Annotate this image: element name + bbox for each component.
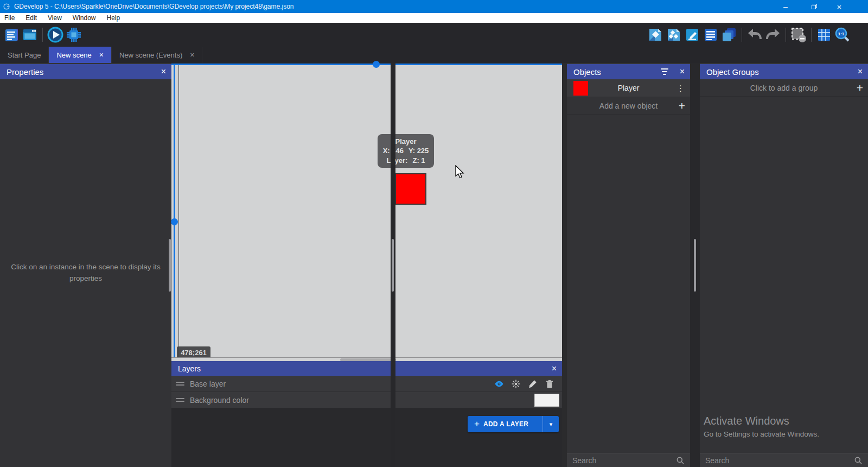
tab-new-scene-events[interactable]: New scene (Events) × bbox=[112, 47, 203, 63]
splitter-handle[interactable] bbox=[694, 239, 696, 292]
search-icon bbox=[676, 456, 685, 465]
add-group-label: Click to add a group bbox=[700, 84, 868, 92]
properties-panel-header: Properties × bbox=[0, 64, 171, 79]
editor-content: Properties × Click on an instance in the… bbox=[0, 63, 868, 467]
close-icon[interactable]: × bbox=[161, 67, 166, 77]
menu-help[interactable]: Help bbox=[101, 13, 126, 23]
layer-name: Background color bbox=[190, 396, 249, 405]
objects-panel: Objects × Player ⋮ Add a new object + bbox=[567, 63, 690, 467]
open-object-groups-button[interactable] bbox=[665, 26, 683, 44]
toolbar-separator bbox=[742, 28, 742, 42]
layer-effects-icon[interactable] bbox=[511, 379, 521, 389]
debugger-button[interactable] bbox=[65, 26, 83, 44]
add-object-row[interactable]: Add a new object + bbox=[567, 97, 690, 115]
menu-edit[interactable]: Edit bbox=[20, 13, 42, 23]
objects-panel-header: Objects × bbox=[567, 64, 690, 79]
close-icon[interactable]: × bbox=[552, 364, 557, 374]
player-instance[interactable] bbox=[395, 173, 426, 205]
instance-tooltip: Player X: 446 Y: 225 Layer: Z: 1 bbox=[378, 134, 434, 168]
zoom-1-1-icon: 1:1 bbox=[834, 27, 851, 43]
layers-icon bbox=[721, 27, 737, 43]
object-groups-panel: Object Groups × Click to add a group + A… bbox=[700, 63, 868, 467]
add-icon: + bbox=[474, 419, 480, 430]
add-object-label: Add a new object bbox=[567, 102, 690, 110]
splitter-objects-groups[interactable] bbox=[690, 63, 700, 467]
layer-row-base-layer[interactable]: Base layer bbox=[171, 376, 562, 392]
layers-panel-header: Layers × bbox=[171, 361, 562, 376]
restore-button[interactable] bbox=[802, 0, 827, 13]
toggle-grid-button[interactable] bbox=[815, 26, 833, 44]
properties-pencil-icon bbox=[685, 27, 700, 42]
layer-row-background-color[interactable]: Background color bbox=[171, 392, 562, 408]
add-group-row[interactable]: Click to add a group + bbox=[700, 79, 868, 97]
drag-handle-icon[interactable] bbox=[176, 380, 184, 387]
tooltip-y: Y: 225 bbox=[409, 146, 429, 156]
delete-trash-icon[interactable] bbox=[545, 379, 554, 389]
filter-list-icon[interactable] bbox=[661, 68, 668, 75]
groups-search-input[interactable] bbox=[705, 456, 854, 465]
layer-name: Base layer bbox=[190, 380, 226, 388]
activate-windows-watermark: Activate Windows Go to Settings to activ… bbox=[704, 415, 819, 438]
undo-button[interactable] bbox=[745, 26, 764, 44]
clear-selection-button[interactable] bbox=[789, 26, 808, 44]
close-icon[interactable]: × bbox=[680, 67, 685, 77]
minimize-button[interactable]: – bbox=[773, 0, 798, 13]
tab-close-icon[interactable]: × bbox=[99, 51, 104, 59]
tab-close-icon[interactable]: × bbox=[190, 51, 194, 59]
object-row-player[interactable]: Player ⋮ bbox=[567, 79, 690, 97]
open-instances-list-button[interactable] bbox=[701, 26, 720, 44]
open-layers-button[interactable] bbox=[720, 26, 738, 44]
tooltip-object-name: Player bbox=[395, 137, 416, 147]
close-button[interactable]: × bbox=[827, 0, 852, 13]
menu-file[interactable]: File bbox=[0, 13, 20, 23]
tooltip-z: Z: 1 bbox=[412, 156, 425, 166]
project-window-button[interactable] bbox=[21, 26, 39, 44]
mouse-cursor bbox=[455, 165, 465, 179]
tab-new-scene[interactable]: New scene × bbox=[49, 47, 112, 63]
object-groups-panel-title: Object Groups bbox=[706, 67, 759, 77]
layers-panel-footer: + ADD A LAYER ▾ bbox=[171, 409, 562, 467]
grid-icon bbox=[816, 27, 832, 42]
objects-search-bar bbox=[567, 453, 690, 467]
tab-start-page[interactable]: Start Page bbox=[0, 47, 49, 63]
tab-label: Start Page bbox=[8, 51, 41, 59]
project-window-icon bbox=[22, 27, 38, 43]
background-color-swatch[interactable] bbox=[534, 394, 559, 407]
add-layer-label: ADD A LAYER bbox=[483, 420, 528, 428]
visibility-eye-icon[interactable] bbox=[494, 379, 504, 389]
layers-panel: Layers × Base layer bbox=[171, 361, 562, 467]
open-objects-panel-button[interactable] bbox=[646, 26, 665, 44]
add-layer-dropdown[interactable]: ▾ bbox=[542, 416, 559, 432]
splitter-canvas-objects[interactable] bbox=[391, 63, 395, 467]
edit-pencil-icon[interactable] bbox=[528, 379, 538, 389]
objects-search-input[interactable] bbox=[572, 456, 676, 465]
menu-view[interactable]: View bbox=[42, 13, 67, 23]
drag-handle-icon[interactable] bbox=[176, 396, 184, 403]
open-properties-button[interactable] bbox=[683, 26, 701, 44]
scene-canvas[interactable]: Player X: 446 Y: 225 Layer: Z: 1 478;261 bbox=[171, 64, 562, 357]
project-manager-button[interactable] bbox=[2, 26, 21, 44]
properties-splitter-handle[interactable] bbox=[169, 239, 171, 292]
object-menu-dots-icon[interactable]: ⋮ bbox=[676, 79, 685, 97]
undo-icon bbox=[746, 27, 763, 42]
scene-window-top-handle[interactable] bbox=[373, 61, 380, 68]
canvas-horizontal-scrollbar[interactable] bbox=[171, 357, 562, 361]
deselect-icon bbox=[790, 27, 807, 43]
toolbar-separator bbox=[811, 28, 812, 42]
watermark-subtitle: Go to Settings to activate Windows. bbox=[704, 430, 819, 438]
splitter-handle[interactable] bbox=[392, 239, 394, 292]
close-icon[interactable]: × bbox=[858, 67, 863, 77]
scene-window-left-handle[interactable] bbox=[171, 218, 178, 225]
menu-window[interactable]: Window bbox=[67, 13, 101, 23]
add-layer-button[interactable]: + ADD A LAYER ▾ bbox=[468, 416, 559, 432]
object-groups-icon bbox=[666, 27, 681, 42]
preview-button[interactable] bbox=[46, 26, 65, 44]
gdevelop-window: GDevelop 5 - C:\Users\Sparkle\OneDrive\D… bbox=[0, 0, 868, 467]
properties-panel-title: Properties bbox=[7, 67, 43, 77]
properties-panel: Properties × Click on an instance in the… bbox=[0, 63, 171, 467]
redo-button[interactable] bbox=[764, 26, 782, 44]
toolbar-separator bbox=[786, 28, 786, 42]
zoom-original-button[interactable]: 1:1 bbox=[833, 26, 852, 44]
chevron-down-icon: ▾ bbox=[550, 421, 553, 428]
window-title: GDevelop 5 - C:\Users\Sparkle\OneDrive\D… bbox=[14, 3, 294, 10]
